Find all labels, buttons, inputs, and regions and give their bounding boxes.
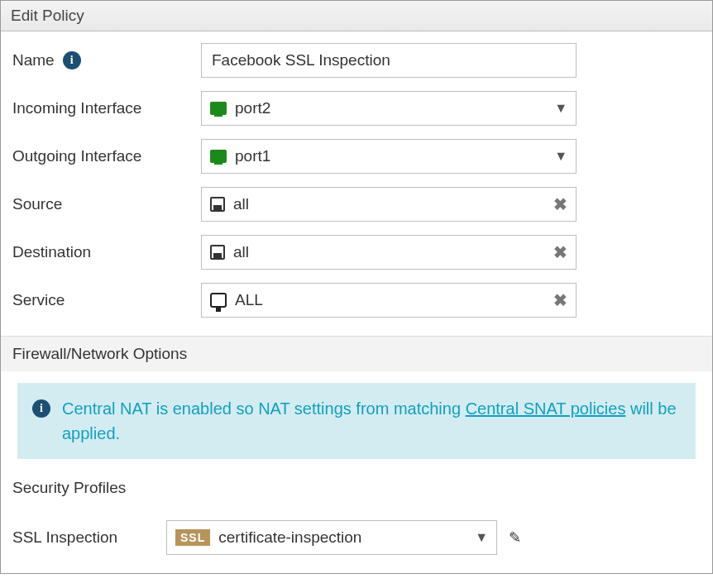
- chevron-down-icon: ▼: [475, 530, 488, 545]
- central-nat-notice: i Central NAT is enabled so NAT settings…: [17, 383, 696, 459]
- row-destination: Destination all ✖: [12, 235, 701, 270]
- address-icon: [210, 245, 225, 260]
- row-name: Name i: [12, 43, 701, 78]
- ssl-inspection-select[interactable]: SSL certificate-inspection ▼: [166, 520, 497, 555]
- firewall-section-title: Firewall/Network Options: [12, 345, 187, 362]
- edit-policy-panel: Edit Policy Name i Incoming Interface po…: [0, 0, 713, 574]
- service-icon: [210, 293, 227, 308]
- chevron-down-icon: ▼: [554, 149, 567, 164]
- panel-header: Edit Policy: [1, 1, 712, 31]
- name-input[interactable]: [201, 43, 577, 78]
- port-icon: [210, 102, 227, 115]
- port-icon: [210, 150, 227, 163]
- panel-title: Edit Policy: [11, 7, 84, 24]
- service-select[interactable]: ALL ✖: [201, 283, 577, 318]
- row-incoming: Incoming Interface port2 ▼: [12, 91, 701, 126]
- notice-text: Central NAT is enabled so NAT settings f…: [62, 396, 681, 446]
- row-outgoing: Outgoing Interface port1 ▼: [12, 139, 701, 174]
- source-select[interactable]: all ✖: [201, 187, 577, 222]
- central-snat-link[interactable]: Central SNAT policies: [466, 399, 626, 418]
- source-value: all: [233, 195, 249, 213]
- close-icon[interactable]: ✖: [553, 242, 567, 262]
- outgoing-value: port1: [235, 147, 270, 165]
- info-icon: i: [32, 399, 50, 418]
- row-service: Service ALL ✖: [12, 283, 701, 318]
- service-label: Service: [12, 291, 65, 309]
- outgoing-interface-select[interactable]: port1 ▼: [201, 139, 577, 174]
- close-icon[interactable]: ✖: [553, 290, 567, 310]
- incoming-label: Incoming Interface: [12, 99, 141, 117]
- row-source: Source all ✖: [12, 187, 701, 222]
- close-icon[interactable]: ✖: [553, 194, 567, 214]
- ssl-value: certificate-inspection: [218, 528, 361, 547]
- service-value: ALL: [235, 291, 263, 309]
- ssl-label: SSL Inspection: [12, 528, 117, 546]
- label-name: Name i: [12, 51, 201, 69]
- name-label-text: Name: [12, 51, 55, 69]
- destination-select[interactable]: all ✖: [201, 235, 577, 270]
- info-icon[interactable]: i: [63, 51, 81, 69]
- security-section-title: Security Profiles: [12, 479, 126, 496]
- source-label: Source: [12, 195, 62, 213]
- policy-form: Name i Incoming Interface port2 ▼ Outgoi…: [1, 31, 712, 336]
- destination-value: all: [233, 243, 249, 261]
- destination-label: Destination: [12, 243, 91, 261]
- incoming-value: port2: [235, 99, 270, 117]
- section-firewall-options: Firewall/Network Options: [1, 336, 712, 371]
- section-security-profiles: Security Profiles: [1, 471, 712, 505]
- edit-pencil-icon[interactable]: ✎: [509, 528, 521, 547]
- chevron-down-icon: ▼: [554, 101, 567, 116]
- row-ssl-inspection: SSL Inspection SSL certificate-inspectio…: [1, 505, 712, 573]
- notice-pre: Central NAT is enabled so NAT settings f…: [62, 399, 466, 418]
- ssl-badge-icon: SSL: [175, 529, 210, 546]
- outgoing-label: Outgoing Interface: [12, 147, 141, 165]
- address-icon: [210, 197, 225, 212]
- incoming-interface-select[interactable]: port2 ▼: [201, 91, 577, 126]
